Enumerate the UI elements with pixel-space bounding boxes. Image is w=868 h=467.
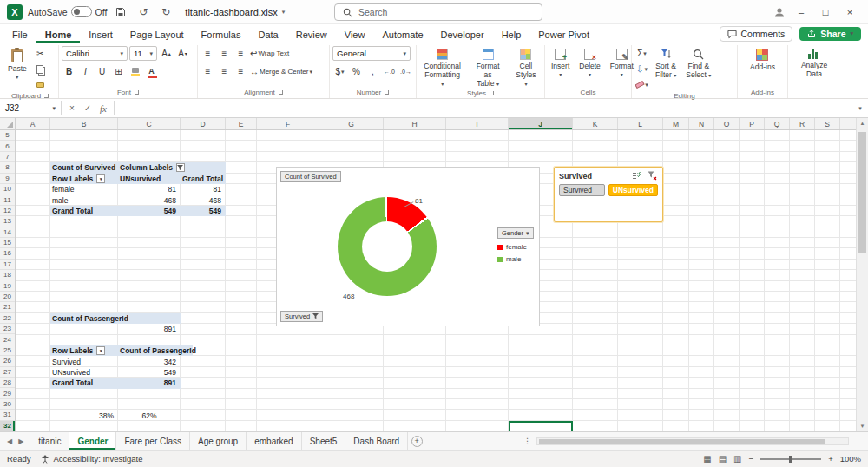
underline-button[interactable]: U (95, 64, 109, 79)
column-header-P[interactable]: P (740, 118, 765, 129)
pivot-cell[interactable]: 549 (181, 206, 226, 216)
fill-color-button[interactable] (128, 64, 142, 79)
row-header-32[interactable]: 32 (0, 421, 15, 431)
fill-button[interactable]: ⇩▾ (635, 62, 649, 76)
excel-app-icon[interactable]: X (7, 4, 23, 20)
autosave-toggle[interactable]: AutoSave Off (28, 6, 107, 17)
row-header-6[interactable]: 6 (0, 141, 15, 151)
dialog-launcher-icon[interactable] (490, 91, 494, 95)
number-format-select[interactable]: General▾ (332, 46, 411, 61)
cancel-formula-icon[interactable]: × (65, 102, 79, 115)
chart-legend-field-button[interactable]: Gender ▾ (497, 227, 534, 239)
sheet-tab-fare-per-class[interactable]: Fare per Class (116, 432, 190, 450)
row-header-20[interactable]: 20 (0, 292, 15, 302)
autosave-switch[interactable] (71, 6, 92, 17)
pivot-cell[interactable]: 468 (118, 194, 181, 205)
dialog-launcher-icon[interactable] (385, 90, 389, 95)
page-break-view-icon[interactable]: ▥ (733, 454, 741, 464)
row-header-25[interactable]: 25 (0, 345, 15, 356)
sheet-tab-age-group[interactable]: Age group (190, 432, 247, 450)
dialog-launcher-icon[interactable] (44, 94, 49, 98)
row-header-16[interactable]: 16 (0, 248, 15, 259)
column-header-J[interactable]: J (509, 118, 573, 129)
sheet-nav-left-icon[interactable]: ◀ (7, 437, 12, 445)
donut[interactable] (338, 197, 437, 296)
increase-decimal-button[interactable]: ←.0 (382, 64, 397, 79)
redo-icon[interactable]: ↻ (157, 3, 174, 21)
zoom-slider[interactable] (760, 458, 821, 460)
format-as-table-button[interactable]: Format asTable ▾ (468, 46, 508, 89)
pivot-col-header-cell[interactable]: UNsurvived (118, 174, 181, 184)
sheet-tab-titanic[interactable]: titanic (30, 432, 69, 450)
dropdown-icon[interactable]: ▾ (96, 174, 105, 183)
ribbon-tab-file[interactable]: File (3, 24, 36, 43)
column-header-R[interactable]: R (790, 118, 815, 129)
row-header-26[interactable]: 26 (0, 356, 15, 366)
ribbon-tab-developer[interactable]: Developer (432, 24, 493, 43)
italic-button[interactable]: I (78, 64, 93, 79)
pivot-chart[interactable]: Count of Survived 81 468 Gender ▾ female… (276, 167, 540, 326)
pivot-cell[interactable]: 891 (118, 324, 181, 334)
row-header-19[interactable]: 19 (0, 280, 15, 291)
ribbon-tab-home[interactable]: Home (36, 24, 81, 43)
percent-button[interactable]: % (349, 64, 364, 79)
ribbon-tab-review[interactable]: Review (287, 24, 336, 43)
sheet-tab-dash-board[interactable]: Dash Board (345, 432, 408, 450)
copy-button[interactable] (33, 62, 48, 76)
pivot-title-cell[interactable]: Count of Survived (50, 162, 118, 173)
sheet-nav-right-icon[interactable]: ▶ (18, 437, 23, 445)
multi-select-icon[interactable] (630, 170, 642, 181)
column-header-D[interactable]: D (181, 118, 226, 129)
row-header-7[interactable]: 7 (0, 152, 15, 162)
cut-button[interactable]: ✂ (33, 46, 48, 61)
comma-style-button[interactable]: , (365, 64, 380, 79)
column-header-A[interactable]: A (16, 118, 50, 129)
pivot-cell[interactable]: 81 (118, 184, 181, 194)
decrease-font-button[interactable]: A▾ (175, 46, 190, 61)
pivot-cell[interactable]: female (50, 184, 118, 194)
sort-filter-button[interactable]: Sort &Filter ▾ (652, 46, 680, 80)
font-name-select[interactable]: Calibri▾ (62, 46, 128, 61)
save-icon[interactable] (112, 3, 129, 21)
column-header-K[interactable]: K (573, 118, 618, 129)
zoom-in-icon[interactable]: + (828, 454, 833, 464)
survived-percent-cell[interactable]: 38% (50, 410, 118, 420)
scroll-down-icon[interactable]: ▼ (857, 421, 868, 431)
ribbon-tab-insert[interactable]: Insert (80, 24, 122, 43)
pivot-col-header-cell[interactable]: Grand Total (181, 174, 226, 184)
accessibility-status[interactable]: Accessibility: Investigate (41, 454, 142, 464)
clear-button[interactable]: ▾ (635, 77, 649, 92)
pivot-cell[interactable]: 549 (118, 206, 181, 216)
dialog-launcher-icon[interactable] (135, 90, 139, 95)
pivot-cell[interactable]: Grand Total (50, 206, 118, 216)
dropdown-icon[interactable]: ▾ (96, 346, 105, 355)
slicer-survived[interactable]: Survived SurvivedUNsurvived (554, 167, 663, 222)
align-right-button[interactable]: ≡ (233, 64, 248, 79)
scroll-up-icon[interactable]: ▲ (857, 118, 868, 128)
ribbon-tab-power-pivot[interactable]: Power Pivot (529, 24, 598, 43)
enter-formula-icon[interactable]: ✓ (81, 102, 95, 115)
font-size-select[interactable]: 11▾ (129, 46, 157, 61)
pivot-column-labels-cell[interactable]: Column Labels (118, 162, 226, 173)
format-painter-button[interactable] (33, 77, 48, 92)
paste-button[interactable]: Paste ▾ (4, 46, 30, 82)
zoom-slider-knob[interactable] (789, 456, 792, 463)
row-header-9[interactable]: 9 (0, 174, 15, 184)
zoom-level[interactable]: 100% (840, 454, 861, 464)
align-middle-button[interactable]: ≡ (217, 46, 232, 61)
legend-item-male[interactable]: male (497, 255, 539, 263)
pivot-cell[interactable]: Grand Total (50, 378, 118, 388)
add-ins-button[interactable]: Add-ins (746, 46, 779, 72)
select-all-corner[interactable] (0, 118, 16, 130)
row-header-11[interactable]: 11 (0, 194, 15, 205)
align-left-button[interactable]: ≡ (201, 64, 215, 79)
undo-icon[interactable]: ↺ (135, 3, 152, 21)
search-box[interactable]: Search (334, 3, 542, 21)
column-header-S[interactable]: S (815, 118, 840, 129)
ribbon-tab-help[interactable]: Help (493, 24, 530, 43)
row-header-29[interactable]: 29 (0, 388, 15, 398)
row-header-14[interactable]: 14 (0, 227, 15, 238)
currency-button[interactable]: $▾ (332, 64, 347, 79)
column-header-N[interactable]: N (689, 118, 714, 129)
slicer-item-survived[interactable]: Survived (559, 184, 605, 196)
